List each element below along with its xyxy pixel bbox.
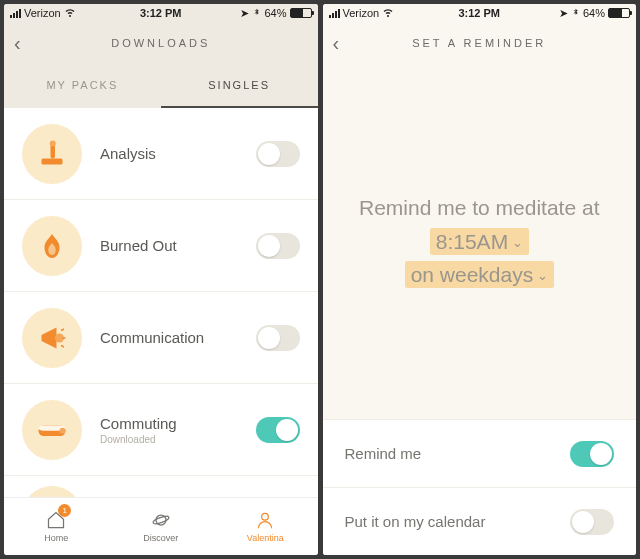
nav-label: Home: [44, 533, 68, 543]
list-item[interactable]: Commuting Downloaded: [4, 384, 318, 476]
back-button[interactable]: ‹: [333, 32, 343, 55]
page-title: DOWNLOADS: [111, 37, 210, 49]
item-title: Communication: [100, 329, 256, 346]
reminder-settings: Remind me Put it on my calendar: [323, 419, 637, 555]
list-item[interactable]: Burned Out: [4, 200, 318, 292]
svg-point-2: [50, 140, 56, 146]
planet-icon: [151, 510, 171, 530]
status-bar: Verizon 3:12 PM ➤ 64%: [323, 4, 637, 22]
svg-point-9: [262, 513, 269, 520]
downloads-screen: Verizon 3:12 PM ➤ 64% ‹ DOWNLOADS MY PAC…: [4, 4, 318, 555]
setting-remind-me: Remind me: [323, 419, 637, 487]
page-header: ‹ DOWNLOADS: [4, 22, 318, 64]
item-icon: [22, 486, 82, 497]
downloads-list: Analysis Burned Out Communication Commut…: [4, 108, 318, 497]
download-toggle[interactable]: [256, 417, 300, 443]
status-time: 3:12 PM: [4, 7, 318, 19]
train-icon: [22, 400, 82, 460]
setting-label: Remind me: [345, 445, 422, 462]
status-bar: Verizon 3:12 PM ➤ 64%: [4, 4, 318, 22]
reminder-sentence: Remind me to meditate at 8:15AM ⌄ on wee…: [323, 64, 637, 419]
page-title: SET A REMINDER: [412, 37, 546, 49]
back-button[interactable]: ‹: [14, 32, 24, 55]
time-picker[interactable]: 8:15AM ⌄: [430, 228, 529, 255]
days-picker[interactable]: on weekdays ⌄: [405, 261, 554, 288]
battery-icon: [290, 8, 312, 18]
item-subtitle: Downloaded: [100, 434, 256, 445]
nav-label: Discover: [143, 533, 178, 543]
list-item[interactable]: [4, 476, 318, 497]
chevron-down-icon: ⌄: [508, 235, 523, 250]
fire-icon: [22, 216, 82, 276]
item-title: Commuting: [100, 415, 256, 432]
download-toggle[interactable]: [256, 325, 300, 351]
battery-icon: [608, 8, 630, 18]
svg-point-6: [60, 427, 66, 433]
setting-label: Put it on my calendar: [345, 513, 486, 530]
list-item[interactable]: Communication: [4, 292, 318, 384]
svg-rect-0: [42, 158, 63, 164]
calendar-toggle[interactable]: [570, 509, 614, 535]
page-header: ‹ SET A REMINDER: [323, 22, 637, 64]
nav-discover[interactable]: Discover: [109, 498, 214, 555]
sentence-text: Remind me to meditate at: [359, 196, 599, 219]
reminder-screen: Verizon 3:12 PM ➤ 64% ‹ SET A REMINDER R…: [323, 4, 637, 555]
microscope-icon: [22, 124, 82, 184]
download-toggle[interactable]: [256, 141, 300, 167]
status-time: 3:12 PM: [323, 7, 637, 19]
bottom-nav: 1 Home Discover Valentina: [4, 497, 318, 555]
nav-label: Valentina: [247, 533, 284, 543]
download-toggle[interactable]: [256, 233, 300, 259]
tab-bar: MY PACKS SINGLES: [4, 64, 318, 108]
list-item[interactable]: Analysis: [4, 108, 318, 200]
person-icon: [255, 510, 275, 530]
item-title: Analysis: [100, 145, 256, 162]
setting-calendar: Put it on my calendar: [323, 487, 637, 555]
nav-home[interactable]: 1 Home: [4, 498, 109, 555]
remind-toggle[interactable]: [570, 441, 614, 467]
nav-profile[interactable]: Valentina: [213, 498, 318, 555]
tab-singles[interactable]: SINGLES: [161, 64, 318, 108]
item-title: Burned Out: [100, 237, 256, 254]
tab-my-packs[interactable]: MY PACKS: [4, 64, 161, 108]
nav-badge: 1: [58, 504, 71, 517]
chevron-down-icon: ⌄: [533, 268, 548, 283]
svg-point-8: [152, 515, 169, 525]
megaphone-icon: [22, 308, 82, 368]
